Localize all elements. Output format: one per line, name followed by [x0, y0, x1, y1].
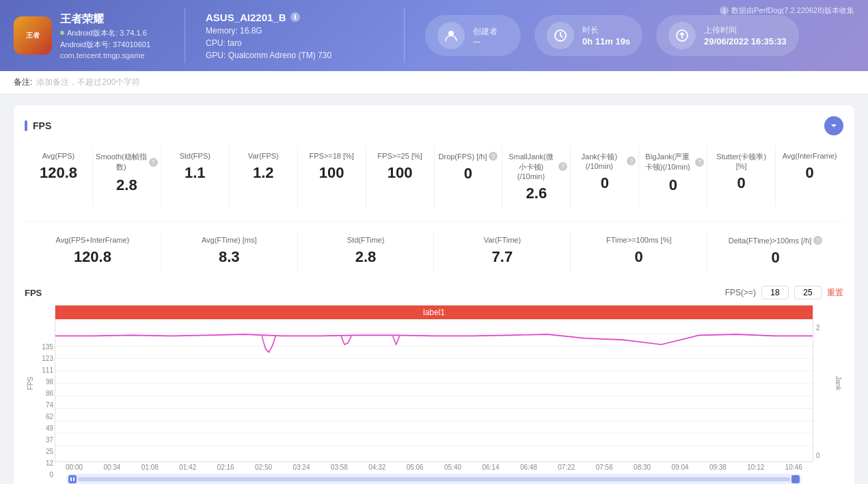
- help-icon-9[interactable]: ?: [695, 158, 704, 167]
- stat-value-10: 0: [737, 174, 746, 192]
- stat-value-4: 100: [319, 164, 344, 182]
- app-info: 王者 王者荣耀 Android版本名: 3.74.1.6 Android版本号:…: [14, 12, 164, 59]
- stat2-item-0: Avg(FPS+InterFrame) 120.8: [25, 230, 161, 272]
- expand-button[interactable]: [824, 116, 843, 135]
- status-dot: [60, 31, 64, 35]
- y-left-11: 0: [49, 471, 53, 479]
- stat-label-1: Smooth(稳帧指数)?: [96, 152, 158, 172]
- chart-header: FPS FPS(>=) 重置: [25, 286, 843, 299]
- scrollbar-handle-left[interactable]: [68, 475, 77, 483]
- x-label-18: 10:12: [747, 463, 764, 471]
- stat-label-8: Jank(卡顿)(/10min)?: [573, 152, 636, 170]
- y-left-10: 12: [46, 459, 53, 467]
- stat-label-11: Avg(InterFrame): [783, 152, 837, 160]
- x-label-12: 06:48: [520, 463, 537, 471]
- x-label-5: 02:50: [255, 463, 272, 471]
- stat-item-10: Stutter(卡顿率) [%] 0: [707, 146, 776, 208]
- y-left-8: 37: [46, 436, 53, 444]
- y-left-4: 86: [46, 390, 53, 397]
- creator-content: 创建者 —: [473, 26, 498, 46]
- help-icon-7[interactable]: ?: [558, 162, 567, 171]
- device-info: ASUS_AI2201_B ℹ Memory: 16.8G CPU: taro …: [206, 12, 383, 60]
- stat2-item-5: Delta(FTime)>100ms [/h]? 0: [707, 230, 843, 272]
- stat-item-4: FPS>=18 [%] 100: [298, 146, 366, 208]
- duration-card: 时长 0h 11m 19s: [534, 15, 642, 56]
- stat-label-0: Avg(FPS): [42, 152, 74, 160]
- y-left-7: 49: [46, 425, 53, 432]
- fps-val2-input[interactable]: [794, 286, 822, 299]
- svg-rect-15: [73, 477, 74, 481]
- stat-value-11: 0: [805, 164, 813, 182]
- stat2-value-2: 2.8: [355, 248, 377, 266]
- help-icon-8[interactable]: ?: [627, 157, 636, 165]
- duration-icon: [547, 22, 574, 49]
- stat-value-3: 1.2: [253, 164, 274, 182]
- fps-gte-label: FPS(>=): [725, 288, 756, 297]
- y-left-2: 111: [42, 366, 53, 374]
- stats-row-1: Avg(FPS) 120.8 Smooth(稳帧指数)? 2.8 Std(FPS…: [25, 146, 843, 208]
- note-placeholder: 添加备注，不超过200个字符: [36, 77, 140, 88]
- stat2-label-0: Avg(FPS+InterFrame): [56, 236, 130, 244]
- stat2-label-3: Var(FTime): [484, 236, 521, 244]
- stat-value-8: 0: [601, 174, 609, 192]
- y-right-0: 2: [816, 324, 820, 332]
- y-left-5: 74: [46, 401, 53, 409]
- x-label-13: 07:22: [558, 463, 575, 471]
- scrollbar-handle-right[interactable]: [791, 475, 800, 483]
- stat2-value-4: 0: [635, 248, 643, 266]
- stat-label-9: BigJank(严重卡顿)(/10min)?: [642, 152, 704, 172]
- stat2-item-2: Std(FTime) 2.8: [298, 230, 435, 272]
- x-label-7: 03:58: [331, 463, 348, 471]
- stat-item-2: Std(FPS) 1.1: [161, 146, 230, 208]
- upload-value: 29/06/2022 16:35:33: [704, 36, 787, 46]
- x-label-10: 05:40: [444, 463, 461, 471]
- fps-section-title: FPS: [25, 120, 51, 131]
- stat-value-1: 2.8: [116, 176, 137, 194]
- stat-label-6: Drop(FPS) [/h]?: [439, 152, 498, 161]
- help-icon-1[interactable]: ?: [149, 158, 158, 167]
- device-info-icon[interactable]: ℹ: [290, 12, 300, 22]
- upload-icon: [668, 22, 696, 49]
- fps-controls: FPS(>=) 重置: [725, 286, 843, 299]
- stat-item-9: BigJank(严重卡顿)(/10min)? 0: [639, 146, 707, 208]
- stat2-value-3: 7.7: [492, 248, 513, 266]
- fps-chart-svg: [55, 306, 813, 461]
- fps-val1-input[interactable]: [761, 286, 789, 299]
- stat-item-0: Avg(FPS) 120.8: [25, 146, 93, 208]
- fps-y-label: FPS: [27, 377, 34, 390]
- upload-card: 上传时间 29/06/2022 16:35:33: [656, 15, 799, 56]
- stat-value-5: 100: [388, 164, 413, 182]
- reset-button[interactable]: 重置: [827, 287, 843, 299]
- stat-label-3: Var(FPS): [248, 152, 279, 160]
- creator-icon: [437, 22, 465, 49]
- stat2-item-1: Avg(FTime) [ms] 8.3: [161, 230, 298, 272]
- stat-item-5: FPS>=25 [%] 100: [366, 146, 435, 208]
- stat2-value-5: 0: [771, 249, 779, 267]
- x-label-16: 09:04: [672, 463, 689, 471]
- note-label: 备注:: [14, 77, 32, 88]
- stat2-value-0: 120.8: [74, 248, 111, 266]
- stat-label-10: Stutter(卡顿率) [%]: [710, 152, 772, 170]
- stat-value-6: 0: [464, 165, 472, 183]
- notice-text: 数据由PerfDog(7.2.220628)版本收集: [731, 5, 854, 16]
- app-name: 王者荣耀: [60, 12, 150, 27]
- chart-label-bar: label1: [55, 306, 813, 319]
- y-left-3: 98: [46, 378, 53, 386]
- stat-label-2: Std(FPS): [180, 152, 211, 160]
- duration-value: 0h 11m 19s: [582, 36, 630, 46]
- stat-item-7: SmallJank(微小卡顿)(/10min)? 2.6: [502, 146, 571, 208]
- y-left-1: 123: [42, 355, 53, 362]
- help2-icon-5[interactable]: ?: [813, 236, 822, 245]
- x-label-3: 01:42: [179, 463, 196, 471]
- stat2-item-4: FTime>=100ms [%] 0: [571, 230, 707, 272]
- stat-item-3: Var(FPS) 1.2: [230, 146, 298, 208]
- app-package: com.tencent.tmgp.sgame: [60, 51, 150, 59]
- stat-value-7: 2.6: [526, 185, 547, 202]
- device-name: ASUS_AI2201_B ℹ: [206, 12, 383, 23]
- help-icon-6[interactable]: ?: [489, 152, 498, 161]
- app-android-code: Android版本号: 374010601: [60, 40, 150, 50]
- x-label-0: 00:00: [66, 463, 83, 471]
- stat-item-11: Avg(InterFrame) 0: [776, 146, 843, 208]
- y-left-6: 62: [46, 413, 53, 420]
- scrollbar[interactable]: [66, 474, 802, 484]
